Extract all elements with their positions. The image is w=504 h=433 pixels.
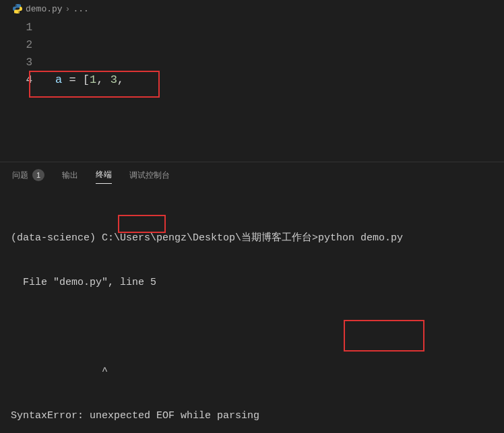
code-editor[interactable]: 1 2 3 4 a = [1, 3, (0, 18, 504, 162)
panel-tabs: 问题 1 输出 终端 调试控制台 (0, 162, 504, 188)
tab-debug-console[interactable]: 调试控制台 (129, 170, 170, 184)
python-icon (12, 3, 23, 14)
code-line-4[interactable]: a = [1, 3, (39, 71, 504, 89)
line-number: 4 (0, 71, 39, 89)
line-number: 1 (0, 19, 39, 36)
tab-terminal[interactable]: 终端 (96, 169, 112, 184)
problems-badge: 1 (32, 169, 44, 181)
breadcrumb-rest[interactable]: ... (73, 4, 88, 14)
line-gutter: 1 2 3 4 (0, 18, 39, 162)
tab-problems[interactable]: 问题 1 (12, 169, 44, 184)
highlight-box-line5 (118, 215, 166, 233)
terminal-line: ^ (11, 364, 493, 379)
chevron-right-icon: › (65, 4, 71, 14)
line-number: 3 (0, 54, 39, 71)
bottom-panel: 问题 1 输出 终端 调试控制台 (data-science) C:\Users… (0, 162, 504, 433)
code-area[interactable]: a = [1, 3, (39, 18, 504, 162)
terminal-line (11, 320, 493, 335)
breadcrumb[interactable]: demo.py › ... (0, 0, 504, 18)
line-number: 2 (0, 36, 39, 54)
tab-output[interactable]: 输出 (62, 170, 78, 184)
terminal-line: (data-science) C:\Users\pengz\Desktop\当期… (11, 231, 493, 246)
terminal-output[interactable]: (data-science) C:\Users\pengz\Desktop\当期… (0, 188, 504, 433)
terminal-line: File "demo.py", line 5 (11, 275, 493, 290)
terminal-line: SyntaxError: unexpected EOF while parsin… (11, 409, 493, 424)
breadcrumb-file[interactable]: demo.py (26, 4, 63, 14)
